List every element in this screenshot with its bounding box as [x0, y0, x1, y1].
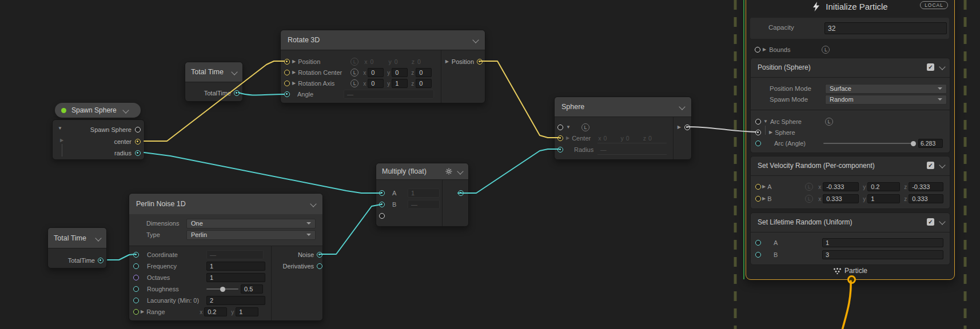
port-octaves-in[interactable] [133, 275, 139, 280]
node-total-time-top[interactable]: Total Time TotalTime [185, 62, 243, 102]
spawn-sphere-pill[interactable]: Spawn Sphere [55, 103, 141, 118]
edge-rotate3d-to-sphere-center[interactable] [480, 61, 559, 138]
gear-icon[interactable] [445, 168, 452, 175]
port-range-in[interactable] [133, 309, 139, 315]
coordinate-field[interactable]: — [206, 250, 264, 259]
foldout-collapsed-icon[interactable]: ▶ [566, 136, 569, 141]
particle-flow-port[interactable] [847, 275, 856, 284]
port-b-in[interactable] [755, 252, 761, 258]
port-sphere-in[interactable] [557, 125, 563, 130]
arc-angle-slider[interactable] [823, 143, 915, 144]
value-y-field[interactable]: 0 [392, 68, 408, 77]
chevron-down-icon[interactable] [939, 63, 945, 70]
spawn-sphere-body[interactable]: ▼ ▶ Spawn Sphere center radius [52, 119, 145, 160]
port-a-in[interactable] [755, 240, 761, 246]
port-a-in[interactable] [379, 190, 385, 196]
octaves-field[interactable]: 1 [206, 273, 265, 282]
foldout-collapsed-icon[interactable]: ▶ [292, 81, 296, 86]
edge-multiply-to-sphere-radius[interactable] [458, 149, 559, 193]
a-z-field[interactable]: -0.333 [909, 182, 943, 191]
chevron-down-icon[interactable] [95, 235, 101, 241]
port-b-in[interactable] [755, 196, 761, 202]
port-bounds-in[interactable] [755, 47, 760, 53]
local-space-badge[interactable]: L [350, 69, 358, 77]
value-y-field[interactable]: 1 [392, 79, 408, 88]
capacity-field[interactable]: 32 [824, 22, 947, 34]
block-set-velocity-random[interactable]: Set Velocity Random (Per-component) ▶ A … [750, 156, 950, 209]
port-position-in[interactable] [284, 59, 290, 65]
angle-value-field[interactable]: — [344, 90, 434, 99]
block-set-lifetime-random[interactable]: Set Lifetime Random (Uniform) A 1 B 3 [750, 212, 950, 265]
edge-radius-to-multiply-a[interactable] [144, 153, 381, 193]
a-field[interactable]: 1 [822, 238, 943, 247]
b-value-field[interactable]: — [408, 200, 440, 209]
port-a-in[interactable] [755, 184, 761, 190]
port-center-out[interactable] [135, 139, 141, 145]
chevron-down-icon[interactable] [939, 162, 945, 168]
spawn-mode-dropdown[interactable]: Random [825, 95, 947, 105]
block-position-sphere[interactable]: Position (Sphere) Position Mode Surface … [750, 58, 950, 153]
chevron-down-icon[interactable] [939, 218, 945, 224]
block-enabled-checkbox[interactable] [927, 218, 934, 226]
foldout-expanded-icon[interactable]: ▼ [763, 119, 768, 124]
port-sphere-in[interactable] [755, 130, 761, 135]
a-value-field[interactable]: 1 [408, 188, 440, 198]
chevron-down-icon[interactable] [310, 200, 316, 207]
b-field[interactable]: 3 [822, 250, 943, 259]
port-radius-out[interactable] [135, 150, 141, 156]
port-add-input[interactable] [379, 213, 385, 219]
port-noise-out[interactable] [317, 252, 322, 258]
value-z-field[interactable]: 0 [416, 68, 432, 77]
port-rotation-axis-in[interactable] [284, 81, 290, 86]
space-badge[interactable]: LOCAL [920, 1, 948, 9]
local-space-badge[interactable]: L [805, 195, 813, 203]
type-dropdown[interactable]: Perlin [186, 230, 316, 240]
range-x-field[interactable]: 0.2 [204, 307, 227, 316]
foldout-collapsed-icon[interactable]: ▶ [445, 59, 449, 64]
node-perlin-noise-1d[interactable]: Perlin Noise 1D Dimensions One Type Perl… [129, 193, 323, 321]
value-z-field[interactable]: 0 [416, 79, 432, 88]
block-enabled-checkbox[interactable] [927, 63, 934, 71]
local-space-badge[interactable]: L [822, 46, 830, 54]
node-multiply-float[interactable]: Multiply (float) A 1 B — [376, 163, 469, 227]
node-rotate-3d[interactable]: Rotate 3D ▶ Position L x 0 y 0 z 0 ▶ Rot… [280, 30, 485, 103]
foldout-collapsed-icon[interactable]: ▶ [763, 47, 766, 52]
local-space-badge[interactable]: L [825, 118, 833, 126]
local-space-badge[interactable]: L [805, 183, 813, 191]
foldout-expanded-icon[interactable]: ▼ [566, 125, 571, 130]
slider-handle[interactable] [911, 141, 916, 146]
a-x-field[interactable]: -0.333 [823, 182, 859, 191]
port-center-in[interactable] [557, 135, 563, 141]
local-space-badge[interactable]: L [350, 79, 358, 87]
a-y-field[interactable]: 0.2 [867, 182, 900, 191]
foldout-collapsed-icon[interactable]: ▶ [678, 125, 681, 130]
value-x-field[interactable]: 0 [368, 68, 384, 77]
foldout-collapsed-icon[interactable]: ▶ [60, 138, 63, 143]
port-arc-angle-in[interactable] [755, 141, 761, 146]
foldout-collapsed-icon[interactable]: ▶ [292, 59, 296, 64]
port-coordinate-in[interactable] [133, 252, 139, 258]
port-angle-in[interactable] [284, 91, 290, 97]
node-total-time-bottom[interactable]: Total Time TotalTime [47, 227, 107, 268]
range-y-field[interactable]: 1 [236, 307, 258, 316]
port-lacunarity-in[interactable] [133, 298, 139, 303]
position-mode-dropdown[interactable]: Surface [825, 84, 947, 94]
b-x-field[interactable]: 0.333 [823, 194, 859, 203]
lacunarity-field[interactable]: 2 [206, 296, 265, 305]
roughness-field[interactable]: 0.5 [241, 284, 263, 294]
node-spawn-sphere[interactable]: Spawn Sphere ▼ ▶ Spawn Sphere center rad… [52, 103, 144, 159]
arc-angle-field[interactable]: 6.283 [918, 139, 943, 148]
port-position-out[interactable] [477, 59, 483, 65]
edge-totaltime-to-angle[interactable] [238, 93, 284, 95]
context-initialize-particle[interactable]: Initialize Particle LOCAL Capacity 32 ▶ … [746, 0, 955, 280]
port-arc-sphere-in[interactable] [755, 119, 761, 125]
port-b-in[interactable] [379, 202, 385, 207]
frequency-field[interactable]: 1 [206, 262, 265, 271]
chevron-down-icon[interactable] [122, 107, 129, 113]
slider-handle[interactable] [220, 287, 225, 292]
block-enabled-checkbox[interactable] [927, 162, 934, 169]
chevron-down-icon[interactable] [679, 103, 685, 110]
dimensions-dropdown[interactable]: One [186, 219, 316, 228]
port-derivatives-out[interactable] [317, 263, 322, 269]
port-sphere-out[interactable] [684, 125, 690, 130]
